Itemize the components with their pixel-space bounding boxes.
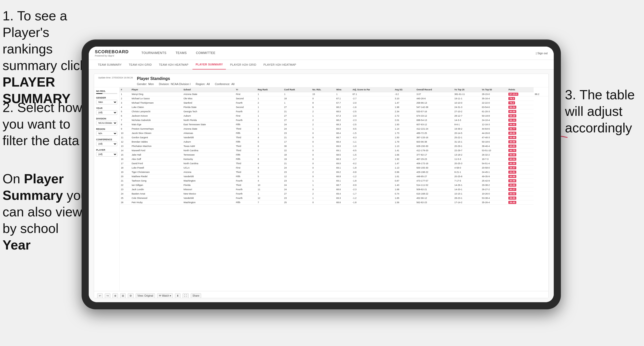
- table-row[interactable]: 14Maxwell FordNorth CarolinaThird722069.…: [120, 148, 548, 153]
- table-row[interactable]: 6Jackson KoivunAuburnFirst127167.3-2.02.…: [120, 114, 548, 118]
- main-nav: TOURNAMENTS TEAMS COMMITTEE: [137, 47, 536, 60]
- tab-player-summary[interactable]: PLAYER SUMMARY: [192, 60, 226, 70]
- tab-player-h2h-grid[interactable]: PLAYER H2H GRID: [227, 60, 259, 70]
- table-header-row: # Player School Yr Reg Rank Conf Rank No…: [120, 87, 548, 92]
- division-select[interactable]: NCAA Division I: [96, 121, 117, 125]
- gender-section: Gender Men: [96, 96, 117, 104]
- standings-table: # Player School Yr Reg Rank Conf Rank No…: [120, 87, 548, 205]
- nav-right: | Sign out: [536, 52, 548, 55]
- table-row[interactable]: 21Taehoon SongWashingtonFourth423169.1-1…: [120, 179, 548, 183]
- zoom-button[interactable]: ⊕: [112, 293, 118, 298]
- filter-row: Gender: Men Division: NCAA Division I Re…: [137, 82, 544, 86]
- table-row[interactable]: 23Jack LundinMissouriFourth1124068.6-2.3…: [120, 187, 548, 192]
- grid-button[interactable]: ⊞: [120, 293, 126, 298]
- table-row[interactable]: 20Matthew RiedelVanderbiltFifth512068.8-…: [120, 174, 548, 179]
- annotation-step1: 1. To see a Player's rankings summary cl…: [3, 8, 94, 107]
- nav-committee[interactable]: COMMITTEE: [191, 47, 220, 60]
- table-row[interactable]: 16Alex GoffKentuckyFifth819068.3-1.71.92…: [120, 157, 548, 161]
- download-button[interactable]: ⬇: [175, 293, 181, 298]
- annotation-step2: 2. Select how you want to filter the dat…: [3, 99, 89, 149]
- table-row[interactable]: 7Nicholas GabrelcikNorth FloridaFourth12…: [120, 118, 548, 122]
- col-rank[interactable]: #: [120, 87, 130, 92]
- table-row[interactable]: 9Preston SummerhaysArizona StateThird324…: [120, 127, 548, 131]
- table-row[interactable]: 22Ian GilliganFloridaThird1024168.7-0.91…: [120, 183, 548, 187]
- table-row[interactable]: 11Gordon SargentVanderbiltThird421068.7-…: [120, 135, 548, 140]
- table-row[interactable]: 26Petr HrubyWashingtonFifth725068.6-1.81…: [120, 200, 548, 205]
- division-section: Division NCAA Division I: [96, 117, 117, 125]
- logo-sub: Powered by clipp'd: [95, 54, 129, 57]
- sign-out-link[interactable]: | Sign out: [536, 52, 548, 55]
- col-conf-rank[interactable]: Conf Rank: [283, 87, 311, 92]
- sidebar-filters: No Rds. Gender Men: [94, 87, 120, 291]
- view-button[interactable]: View: Original: [136, 293, 155, 298]
- logo-text: SCOREBOARD: [95, 49, 129, 54]
- conference-section: Conference (All): [96, 138, 117, 146]
- table-row[interactable]: 8Mats EgeEast Tennessee StateFifth124268…: [120, 122, 548, 127]
- col-school[interactable]: School: [182, 87, 235, 92]
- card-title: Player Standings: [137, 76, 544, 81]
- region-select[interactable]: N/A: [96, 131, 117, 136]
- table-row[interactable]: 2Michael Le SassoOle MissSecond118067.1-…: [120, 96, 548, 101]
- table-row[interactable]: 18Luke PowellUCLAFirst424069.1-1.81.1350…: [120, 166, 548, 170]
- table-body: 1Wenyi DingArizona StateFirst1115167.1-3…: [120, 92, 548, 205]
- nav-teams[interactable]: TEAMS: [171, 47, 191, 60]
- app-header: SCOREBOARD Powered by clipp'd TOURNAMENT…: [89, 47, 554, 60]
- col-points[interactable]: Points: [507, 87, 533, 92]
- tab-player-h2h-heatmap[interactable]: PLAYER H2H HEATMAP: [260, 60, 299, 70]
- redo-button[interactable]: ↪: [105, 293, 110, 298]
- col-vs-top50[interactable]: Vs Top 50: [481, 87, 507, 92]
- table-row[interactable]: 10Jacob Skov OlesenArkansasFifth123068.4…: [120, 131, 548, 135]
- col-yr[interactable]: Yr: [235, 87, 256, 92]
- region-filter: Region: All: [196, 82, 210, 86]
- share-button[interactable]: Share: [191, 293, 201, 298]
- table-row[interactable]: 1Wenyi DingArizona StateFirst1115167.1-3…: [120, 92, 548, 96]
- bottom-toolbar: ↩ ↪ ⊕ ⊞ ⚙ View: Original 👁 Watch ▾ ⬇ ⛶: [94, 291, 548, 298]
- settings-button[interactable]: ⚙: [128, 293, 134, 298]
- col-wins[interactable]: Wins: [335, 87, 351, 92]
- update-time: Update time: 27/03/2024 16:56:26: [98, 76, 133, 79]
- col-player[interactable]: Player: [130, 87, 182, 92]
- logo-area: SCOREBOARD Powered by clipp'd: [95, 49, 129, 57]
- gender-select[interactable]: Men: [96, 100, 117, 104]
- table-row[interactable]: 4Luke ClatonFlorida StateSecond127668.2-…: [120, 105, 548, 109]
- conference-filter: Conference: All: [215, 82, 235, 86]
- main-content: Update time: 27/03/2024 16:56:26 Player …: [89, 70, 554, 302]
- fullscreen-button[interactable]: ⛶: [183, 293, 189, 298]
- table-area: # Player School Yr Reg Rank Conf Rank No…: [120, 87, 548, 291]
- nav-tournaments[interactable]: TOURNAMENTS: [137, 47, 171, 60]
- division-filter: Division: NCAA Division I: [159, 82, 190, 86]
- gender-filter: Gender: Men: [137, 82, 154, 86]
- year-select[interactable]: (All): [96, 110, 117, 115]
- tab-team-h2h-grid[interactable]: TEAM H2H GRID: [126, 60, 155, 70]
- table-row[interactable]: 13Phichaksn MaichonTexas A&MThird630169.…: [120, 144, 548, 148]
- col-adj-score[interactable]: Adj. Score to Par: [351, 87, 394, 92]
- annotation-step3: 3. The table will adjust accordingly: [565, 87, 641, 136]
- table-row[interactable]: 25Cole SherwoodVanderbiltFourth1223169.3…: [120, 196, 548, 200]
- rds-slider[interactable]: [96, 93, 117, 94]
- table-row[interactable]: 12Brendan ValdesAuburnFifth517068.4-1.11…: [120, 140, 548, 144]
- table-row[interactable]: 15Jake HallTennesseeFifth718068.5-1.51.6…: [120, 153, 548, 157]
- col-vs-top25[interactable]: Vs Top 25: [453, 87, 481, 92]
- table-row[interactable]: 19Tiger ChristensenArizonaThird523269.2-…: [120, 170, 548, 174]
- conference-select[interactable]: (All): [96, 142, 117, 146]
- table-row[interactable]: 24Bastien AmatNew MexicoFourth127269.4-1…: [120, 192, 548, 196]
- watch-button[interactable]: 👁 Watch ▾: [157, 293, 173, 298]
- player-select[interactable]: (All): [96, 152, 117, 157]
- player-section: Player (All): [96, 149, 117, 157]
- table-row[interactable]: 17David FordNorth CarolinaThird421069.0-…: [120, 161, 548, 166]
- tab-team-summary[interactable]: TEAM SUMMARY: [95, 60, 125, 70]
- col-reg-rank[interactable]: Reg Rank: [256, 87, 283, 92]
- year-section: Year (All): [96, 107, 117, 115]
- col-avg-sg[interactable]: Avg SG: [393, 87, 415, 92]
- no-rds-section: No Rds.: [96, 90, 117, 94]
- table-row[interactable]: 3Michael ThorbjornsenStanfordFourth21867…: [120, 101, 548, 105]
- tablet-device: SCOREBOARD Powered by clipp'd TOURNAMENT…: [82, 39, 561, 309]
- region-section: Region N/A: [96, 128, 117, 136]
- tab-team-h2h-heatmap[interactable]: TEAM H2H HEATMAP: [156, 60, 191, 70]
- table-row[interactable]: 5Christo LamprechtGeorgia TechFourth2212…: [120, 109, 548, 114]
- annotation-bottom: On Player Summary you can also view by s…: [3, 171, 89, 253]
- undo-button[interactable]: ↩: [97, 293, 103, 298]
- col-no-rds[interactable]: No. Rds.: [311, 87, 335, 92]
- col-overall-record[interactable]: Overall Record: [415, 87, 453, 92]
- content-card: Update time: 27/03/2024 16:56:26 Player …: [94, 74, 549, 298]
